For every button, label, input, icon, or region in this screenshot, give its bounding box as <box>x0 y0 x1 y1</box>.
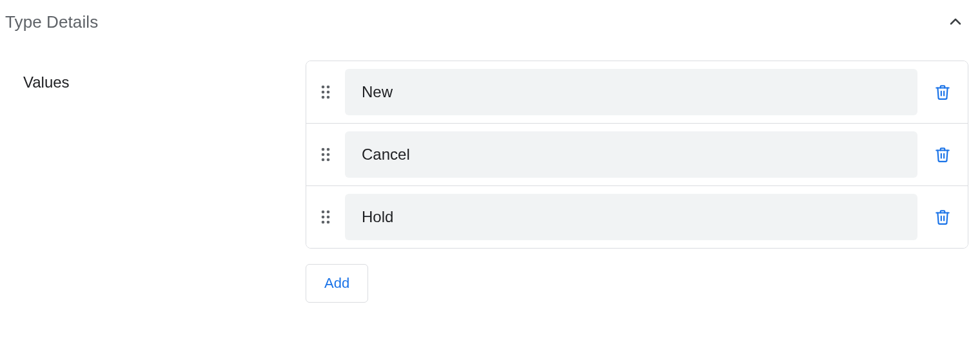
svg-point-6 <box>322 148 325 151</box>
svg-point-4 <box>322 96 325 99</box>
collapse-toggle[interactable] <box>943 9 975 35</box>
svg-point-2 <box>322 91 325 94</box>
label-column: Values <box>5 61 306 91</box>
delete-button[interactable] <box>929 203 956 231</box>
svg-point-15 <box>327 216 330 219</box>
svg-point-17 <box>327 221 330 224</box>
values-label: Values <box>23 73 306 91</box>
content-row: Values <box>5 61 975 303</box>
drag-handle[interactable] <box>318 83 333 101</box>
drag-indicator-icon <box>320 83 331 101</box>
section-header: Type Details <box>5 9 975 35</box>
svg-point-5 <box>327 96 330 99</box>
drag-handle[interactable] <box>318 208 333 226</box>
svg-point-12 <box>322 211 325 214</box>
svg-point-11 <box>327 158 330 162</box>
svg-point-1 <box>327 86 330 89</box>
svg-point-3 <box>327 91 330 94</box>
svg-point-8 <box>322 153 325 156</box>
trash-icon <box>934 209 951 225</box>
value-row <box>306 185 968 248</box>
svg-point-14 <box>322 216 325 219</box>
drag-indicator-icon <box>320 208 331 226</box>
value-row <box>306 61 968 123</box>
drag-indicator-icon <box>320 146 331 164</box>
value-list <box>306 61 968 249</box>
svg-point-10 <box>322 158 325 162</box>
svg-point-0 <box>322 86 325 89</box>
delete-button[interactable] <box>929 79 956 106</box>
add-button[interactable]: Add <box>306 264 368 303</box>
value-input[interactable] <box>345 69 917 115</box>
trash-icon <box>934 146 951 163</box>
values-column: Add <box>306 61 975 303</box>
svg-point-9 <box>327 153 330 156</box>
chevron-up-icon <box>948 14 963 30</box>
value-row <box>306 123 968 185</box>
svg-point-13 <box>327 211 330 214</box>
value-input[interactable] <box>345 194 917 240</box>
svg-point-16 <box>322 221 325 224</box>
trash-icon <box>934 84 951 100</box>
svg-point-7 <box>327 148 330 151</box>
value-input[interactable] <box>345 131 917 178</box>
delete-button[interactable] <box>929 141 956 168</box>
drag-handle[interactable] <box>318 146 333 164</box>
section-title: Type Details <box>5 12 98 32</box>
